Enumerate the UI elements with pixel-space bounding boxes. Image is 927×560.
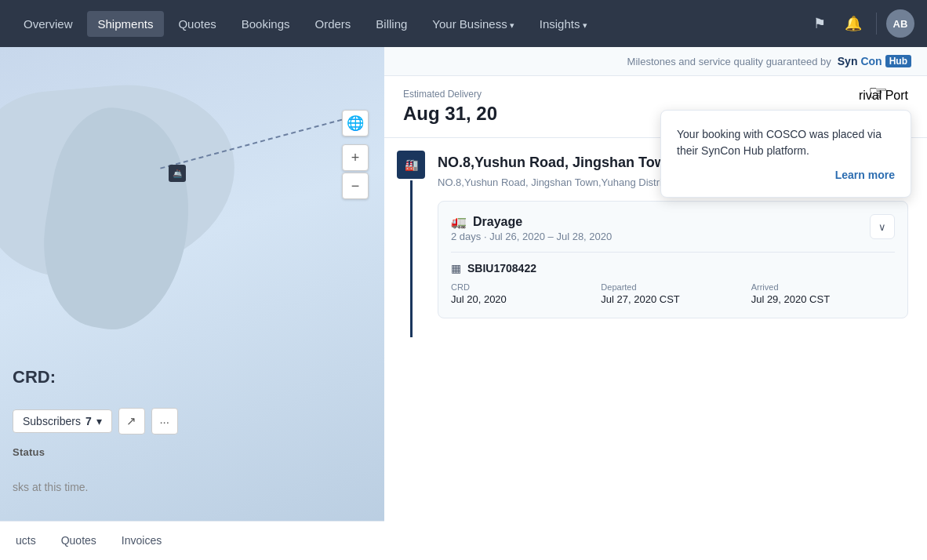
departed-cell-value: Jul 27, 2020 CST (601, 293, 744, 305)
chevron-down-icon: ∨ (878, 221, 886, 233)
departed-cell: Departed Jul 27, 2020 CST (601, 282, 744, 305)
map-zoom-in-button[interactable]: + (342, 144, 369, 171)
delivery-label: Estimated Delivery (403, 89, 859, 100)
arrived-cell-label: Arrived (751, 282, 895, 292)
drayage-title-row: 🚛 Drayage (451, 214, 612, 229)
map-globe-button[interactable]: 🌐 (342, 110, 369, 136)
arrival-port-label: rival Port (859, 89, 908, 103)
syncon-syn: Syn (838, 55, 858, 67)
status-label: Status (13, 446, 45, 458)
subscribers-count: 7 (85, 415, 92, 427)
card-divider (451, 252, 895, 253)
drayage-truck-icon: 🚛 (451, 214, 467, 229)
tooltip-text: Your booking with COSCO was placed via t… (677, 126, 895, 159)
nav-item-insights[interactable]: Insights (529, 11, 598, 37)
timeline-dot-factory: 🏭 (397, 151, 425, 179)
syncon-logo: SynCon Hub (838, 55, 911, 67)
nav-item-overview[interactable]: Overview (13, 11, 84, 37)
learn-more-link[interactable]: Learn more (677, 169, 895, 181)
container-row: ▦ SBIU1708422 (451, 262, 895, 275)
top-navigation: Overview Shipments Quotes Bookings Order… (0, 0, 927, 47)
tab-products[interactable]: ucts (3, 525, 49, 558)
subscribers-chevron-icon: ▾ (96, 415, 102, 427)
crd-cell-value: Jul 20, 2020 (451, 293, 594, 305)
syncon-hub-badge: Hub (885, 55, 911, 67)
nav-items: Overview Shipments Quotes Bookings Order… (13, 11, 809, 37)
nav-item-your-business[interactable]: Your Business (421, 11, 525, 37)
drayage-card: 🚛 Drayage 2 days · Jul 26, 2020 – Jul 28… (438, 201, 908, 318)
timeline-section: 🏭 NO.8,Yushun Road, Jingshan Town,Yuhang… (384, 138, 927, 560)
flag-button[interactable]: ⚑ (809, 10, 831, 37)
right-panel: Milestones and service quality guarantee… (384, 47, 927, 560)
tab-invoices[interactable]: Invoices (109, 525, 174, 558)
arrived-cell-value: Jul 29, 2020 CST (751, 293, 895, 305)
subscribers-bar: Subscribers 7 ▾ ↗ ··· (13, 408, 178, 435)
left-panel-map: 🚢 🌐 + − CRD: Subscribers 7 ▾ ↗ ··· Statu… (0, 47, 384, 560)
arrived-cell: Arrived Jul 29, 2020 CST (751, 282, 895, 305)
syncon-con: Con (860, 55, 882, 67)
timeline-connector (410, 180, 413, 337)
user-avatar[interactable]: AB (886, 9, 914, 38)
tooltip-popup: Your booking with COSCO was placed via t… (660, 110, 911, 198)
drayage-card-header: 🚛 Drayage 2 days · Jul 26, 2020 – Jul 28… (451, 214, 895, 242)
departed-cell-label: Departed (601, 282, 744, 292)
subscribers-label: Subscribers (23, 415, 81, 427)
map-controls: 🌐 + − (342, 110, 369, 199)
tab-quotes[interactable]: Quotes (49, 525, 109, 558)
drayage-name: Drayage (473, 215, 522, 229)
crd-label: CRD: (0, 367, 68, 387)
nav-item-shipments[interactable]: Shipments (87, 11, 165, 37)
nav-right-actions: ⚑ 🔔 AB (809, 9, 914, 38)
no-tasks-text: sks at this time. (0, 481, 384, 493)
bottom-tabs: ucts Quotes Invoices (0, 521, 384, 560)
main-content: 🚢 🌐 + − CRD: Subscribers 7 ▾ ↗ ··· Statu… (0, 47, 927, 560)
crd-cell-label: CRD (451, 282, 594, 292)
syncon-banner-text: Milestones and service quality guarantee… (627, 56, 831, 67)
nav-divider (876, 13, 877, 35)
share-button[interactable]: ↗ (118, 408, 145, 435)
drayage-title-section: 🚛 Drayage 2 days · Jul 26, 2020 – Jul 28… (451, 214, 612, 242)
subscribers-button[interactable]: Subscribers 7 ▾ (13, 409, 112, 433)
timeline-line: 🏭 (397, 151, 425, 337)
nav-item-billing[interactable]: Billing (365, 11, 418, 37)
nav-item-orders[interactable]: Orders (304, 11, 362, 37)
container-id: SBIU1708422 (467, 262, 536, 275)
crd-cell: CRD Jul 20, 2020 (451, 282, 594, 305)
more-options-button[interactable]: ··· (151, 408, 178, 435)
notification-bell-button[interactable]: 🔔 (840, 10, 867, 37)
nav-item-bookings[interactable]: Bookings (231, 11, 301, 37)
drayage-dates: 2 days · Jul 26, 2020 – Jul 28, 2020 (451, 231, 612, 242)
dates-grid: CRD Jul 20, 2020 Departed Jul 27, 2020 C… (451, 282, 895, 305)
map-zoom-out-button[interactable]: − (342, 173, 369, 199)
nav-item-quotes[interactable]: Quotes (167, 11, 227, 37)
ship-marker: 🚢 (169, 165, 186, 182)
container-box-icon: ▦ (451, 262, 461, 275)
syncon-banner: Milestones and service quality guarantee… (384, 47, 927, 76)
drayage-expand-button[interactable]: ∨ (870, 214, 895, 239)
